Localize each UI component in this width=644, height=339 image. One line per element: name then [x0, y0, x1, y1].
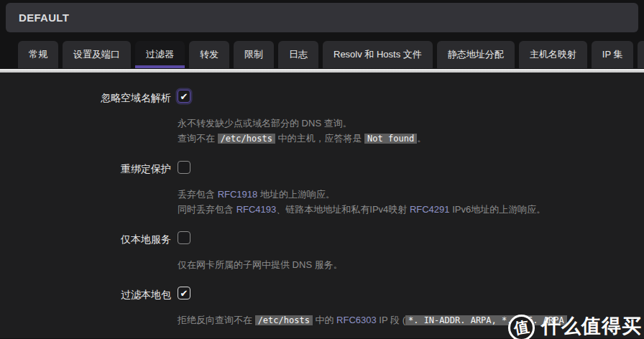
description-line: 仅在网卡所属的子网中提供 DNS 服务。: [178, 257, 644, 272]
checkbox-仅本地服务[interactable]: ✔: [178, 231, 190, 244]
tab-bar: 常规设置及端口过滤器转发限制日志Resolv 和 Hosts 文件静态地址分配主…: [0, 41, 644, 68]
field-label: 忽略空域名解析: [0, 90, 171, 147]
field-description: 永不转发缺少点或域名部分的 DNS 查询。查询不在 /etc/hosts 中的主…: [178, 116, 644, 147]
tab-设置及端口[interactable]: 设置及端口: [63, 41, 131, 68]
checkbox-重绑定保护[interactable]: ✔: [178, 161, 190, 174]
field-label: 仅本地服务: [0, 231, 171, 272]
tab-IP 集[interactable]: IP 集: [592, 41, 634, 68]
form-row: 仅本地服务✔仅在网卡所属的子网中提供 DNS 服务。: [0, 231, 644, 272]
field-description: 仅在网卡所属的子网中提供 DNS 服务。: [178, 257, 644, 272]
page: DEFAULT 常规设置及端口过滤器转发限制日志Resolv 和 Hosts 文…: [0, 0, 644, 339]
description-text: IP 段 (: [377, 315, 405, 325]
description-line: 同时丢弃包含 RFC4193、链路本地地址和私有IPv4映射 RFC4291 I…: [178, 202, 644, 217]
field-description: 拒绝反向查询不在 /etc/hosts 中的 RFC6303 IP 段 (*. …: [178, 312, 644, 328]
description-text: 仅在网卡所属的子网中提供 DNS 服务。: [178, 259, 343, 270]
settings-form: 忽略空域名解析✔永不转发缺少点或域名部分的 DNS 查询。查询不在 /etc/h…: [0, 73, 644, 338]
rfc-link[interactable]: RFC4291: [410, 204, 450, 215]
code-literal: Not found: [364, 134, 417, 144]
tab-Resolv 和 Hosts 文件[interactable]: Resolv 和 Hosts 文件: [323, 41, 433, 68]
tab-限制[interactable]: 限制: [234, 41, 274, 68]
tab-转发[interactable]: 转发: [189, 41, 229, 68]
form-row: 过滤本地包✔拒绝反向查询不在 /etc/hosts 中的 RFC6303 IP …: [0, 287, 644, 328]
field-label: 重绑定保护: [0, 161, 171, 217]
description-text: 、链路本地地址和私有IPv4映射: [276, 204, 410, 215]
tab-主机名映射[interactable]: 主机名映射: [519, 41, 587, 68]
description-line: 查询不在 /etc/hosts 中的主机，应答将是 Not found。: [178, 131, 644, 147]
rfc-link[interactable]: RFC6303: [336, 315, 377, 325]
tab-中继[interactable]: 中继: [638, 41, 644, 68]
tab-静态地址分配[interactable]: 静态地址分配: [437, 41, 515, 68]
field-control: ✔拒绝反向查询不在 /etc/hosts 中的 RFC6303 IP 段 (*.…: [178, 287, 644, 328]
form-row: 重绑定保护✔丢弃包含 RFC1918 地址的上游响应。同时丢弃包含 RFC419…: [0, 161, 644, 217]
description-text: 丢弃包含: [178, 189, 218, 200]
tab-常规[interactable]: 常规: [18, 41, 58, 68]
field-control: ✔仅在网卡所属的子网中提供 DNS 服务。: [178, 231, 644, 272]
description-text: 查询不在: [178, 133, 218, 144]
description-text: 同时丢弃包含: [178, 204, 236, 215]
rfc-link[interactable]: RFC4193: [236, 204, 277, 215]
description-line: 永不转发缺少点或域名部分的 DNS 查询。: [178, 116, 644, 131]
description-text: 。: [417, 133, 426, 144]
field-control: ✔永不转发缺少点或域名部分的 DNS 查询。查询不在 /etc/hosts 中的…: [178, 90, 644, 147]
description-line: 拒绝反向查询不在 /etc/hosts 中的 RFC6303 IP 段 (*. …: [178, 312, 644, 328]
tab-过滤器[interactable]: 过滤器: [135, 41, 185, 68]
description-text: 永不转发缺少点或域名部分的 DNS 查询。: [178, 118, 352, 129]
checkmark-icon: ✔: [180, 91, 188, 101]
code-literal: /etc/hosts: [255, 315, 313, 325]
rfc-link[interactable]: RFC1918: [218, 189, 258, 200]
description-text: 拒绝反向查询不在: [178, 315, 255, 325]
checkbox-过滤本地包[interactable]: ✔: [178, 287, 190, 299]
field-label: 过滤本地包: [0, 287, 171, 328]
description-text: 地址的上游响应。: [257, 189, 335, 200]
field-description: 丢弃包含 RFC1918 地址的上游响应。同时丢弃包含 RFC4193、链路本地…: [178, 187, 644, 217]
description-text: IPv6地址的上游响应。: [450, 204, 546, 215]
checkmark-icon: ✔: [180, 288, 188, 297]
profile-header: DEFAULT: [6, 3, 638, 32]
tab-日志[interactable]: 日志: [278, 41, 318, 68]
code-literal: *. IN-ADDR. ARPA, *. IP6. ARPA: [405, 315, 567, 325]
description-line: 丢弃包含 RFC1918 地址的上游响应。: [178, 187, 644, 202]
description-text: 中的主机，应答将是: [275, 133, 364, 144]
form-row: 忽略空域名解析✔永不转发缺少点或域名部分的 DNS 查询。查询不在 /etc/h…: [0, 90, 644, 147]
checkbox-忽略空域名解析[interactable]: ✔: [178, 90, 190, 103]
code-literal: /etc/hosts: [218, 134, 275, 144]
description-text: 中的: [313, 315, 336, 325]
profile-title: DEFAULT: [19, 11, 69, 24]
field-control: ✔丢弃包含 RFC1918 地址的上游响应。同时丢弃包含 RFC4193、链路本…: [178, 161, 644, 217]
